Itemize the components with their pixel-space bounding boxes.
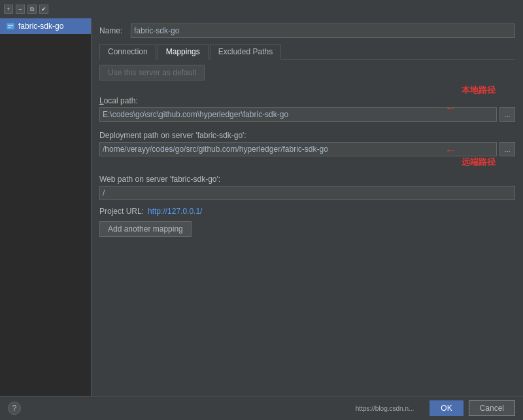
svg-rect-0 [7, 23, 14, 29]
local-path-browse-btn[interactable]: ... [499, 107, 515, 122]
svg-rect-1 [8, 25, 13, 26]
save-icon: ✔ [41, 6, 46, 12]
project-url-label: Project URL: [99, 207, 144, 216]
project-url-row: Project URL: http://127.0.0.1/ [99, 207, 515, 216]
sidebar-item-fabric-sdk-go[interactable]: fabric-sdk-go [0, 18, 91, 34]
deployment-path-input-row: ... [99, 142, 515, 156]
csdn-url: https://blog.csdn.n... [356, 405, 414, 412]
dialog-content: Name: Connection Mappings Excluded Paths… [92, 18, 523, 396]
web-path-input[interactable] [99, 186, 515, 200]
deployment-path-input[interactable] [99, 142, 497, 156]
ok-button[interactable]: OK [430, 400, 463, 416]
bottom-bar: ? https://blog.csdn.n... OK Cancel [0, 396, 523, 420]
deployment-path-section: Deployment path on server 'fabric-sdk-go… [99, 131, 515, 156]
local-path-input[interactable] [99, 107, 497, 122]
name-row: Name: [99, 24, 515, 38]
svg-rect-2 [8, 27, 11, 28]
name-input[interactable] [131, 24, 515, 38]
add-mapping-btn[interactable]: Add another mapping [99, 221, 192, 237]
save-btn[interactable]: ✔ [39, 5, 48, 14]
tab-mappings[interactable]: Mappings [158, 44, 209, 60]
tab-content-mappings: Use this server as default Local path: .… [99, 65, 515, 391]
server-icon [5, 21, 16, 31]
add-mapping-row: Add another mapping [99, 221, 515, 237]
deployment-path-browse-btn[interactable]: ... [499, 142, 515, 156]
cancel-button[interactable]: Cancel [469, 400, 515, 416]
local-path-section: Local path: ... 本地路径 ← [99, 96, 515, 122]
tab-bar: Connection Mappings Excluded Paths [99, 43, 515, 60]
web-path-input-row [99, 186, 515, 200]
remove-server-btn[interactable]: − [16, 5, 25, 14]
name-label: Name: [99, 26, 126, 35]
web-path-section: Web path on server 'fabric-sdk-go': [99, 175, 515, 200]
web-path-label: Web path on server 'fabric-sdk-go': [99, 175, 515, 184]
copy-server-btn[interactable]: ⧉ [27, 5, 37, 14]
help-btn[interactable]: ? [8, 402, 21, 415]
main-dialog: fabric-sdk-go Name: Connection Mappings … [0, 18, 523, 396]
remote-path-annotation: 远端路径 [462, 156, 496, 168]
title-bar: + − ⧉ ✔ [0, 0, 523, 18]
sidebar-item-label: fabric-sdk-go [18, 22, 63, 31]
tab-connection[interactable]: Connection [99, 44, 156, 60]
local-path-input-row: ... [99, 107, 515, 122]
add-icon: + [7, 6, 10, 12]
project-url-link[interactable]: http://127.0.0.1/ [148, 207, 202, 216]
local-path-label: Local path: [99, 96, 515, 105]
server-sidebar: fabric-sdk-go [0, 18, 92, 396]
add-server-btn[interactable]: + [4, 5, 13, 14]
use-server-default-btn[interactable]: Use this server as default [99, 65, 205, 80]
deployment-path-label: Deployment path on server 'fabric-sdk-go… [99, 131, 515, 140]
remove-icon: − [18, 6, 22, 12]
copy-icon: ⧉ [30, 6, 34, 13]
tab-excluded-paths[interactable]: Excluded Paths [210, 44, 281, 60]
